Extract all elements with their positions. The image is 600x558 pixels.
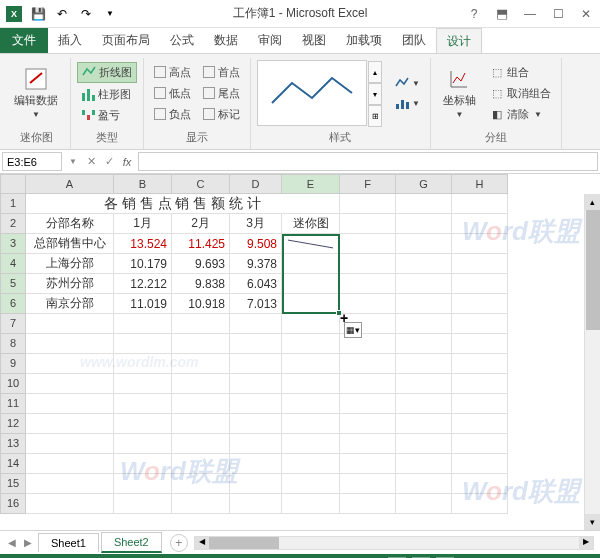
cell[interactable] <box>452 294 508 314</box>
cell[interactable] <box>114 454 172 474</box>
cell[interactable] <box>452 434 508 454</box>
cell[interactable] <box>340 234 396 254</box>
cell[interactable] <box>452 474 508 494</box>
show-negative-checkbox[interactable]: 负点 <box>150 105 195 124</box>
cell[interactable] <box>340 194 396 214</box>
redo-icon[interactable]: ↷ <box>76 4 96 24</box>
cell[interactable] <box>282 454 340 474</box>
cell[interactable] <box>282 434 340 454</box>
formula-input[interactable] <box>138 152 598 171</box>
add-sheet-button[interactable]: + <box>170 534 188 552</box>
cell[interactable] <box>452 374 508 394</box>
cell[interactable] <box>26 454 114 474</box>
cell[interactable] <box>230 334 282 354</box>
tab-view[interactable]: 视图 <box>292 28 336 53</box>
cell[interactable] <box>172 354 230 374</box>
cell[interactable] <box>282 354 340 374</box>
enter-icon[interactable]: ✓ <box>100 150 118 173</box>
row-header-5[interactable]: 5 <box>0 274 26 294</box>
cell[interactable] <box>396 214 452 234</box>
name-dropdown-icon[interactable]: ▼ <box>64 150 82 173</box>
cell[interactable] <box>282 314 340 334</box>
tab-team[interactable]: 团队 <box>392 28 436 53</box>
cell[interactable] <box>452 494 508 514</box>
cell[interactable] <box>114 354 172 374</box>
cell[interactable]: 9.693 <box>172 254 230 274</box>
cell[interactable] <box>396 374 452 394</box>
cell[interactable]: 7.013 <box>230 294 282 314</box>
ribbon-options-icon[interactable]: ⬒ <box>488 0 516 28</box>
cell[interactable] <box>230 374 282 394</box>
col-header-B[interactable]: B <box>114 174 172 194</box>
cell[interactable] <box>396 334 452 354</box>
close-icon[interactable]: ✕ <box>572 0 600 28</box>
cell[interactable] <box>114 394 172 414</box>
gallery-up-icon[interactable]: ▴ <box>368 61 382 83</box>
cell[interactable] <box>26 474 114 494</box>
fx-icon[interactable]: fx <box>118 150 136 173</box>
cell[interactable]: 10.918 <box>172 294 230 314</box>
row-header-7[interactable]: 7 <box>0 314 26 334</box>
row-header-2[interactable]: 2 <box>0 214 26 234</box>
cell[interactable] <box>452 194 508 214</box>
cell[interactable]: 南京分部 <box>26 294 114 314</box>
row-header-14[interactable]: 14 <box>0 454 26 474</box>
cell[interactable] <box>452 414 508 434</box>
type-line-button[interactable]: 折线图 <box>77 62 137 83</box>
cell[interactable] <box>282 374 340 394</box>
cell[interactable]: 11.425 <box>172 234 230 254</box>
cell[interactable] <box>230 314 282 334</box>
tab-addins[interactable]: 加载项 <box>336 28 392 53</box>
sheet-tab-1[interactable]: Sheet1 <box>38 533 99 552</box>
show-low-checkbox[interactable]: 低点 <box>150 84 195 103</box>
scroll-up-icon[interactable]: ▴ <box>585 194 600 210</box>
cell[interactable] <box>282 474 340 494</box>
cell[interactable] <box>114 494 172 514</box>
cell[interactable] <box>452 314 508 334</box>
sheet-nav-next-icon[interactable]: ▶ <box>20 537 36 548</box>
cell[interactable] <box>282 294 340 314</box>
cell[interactable] <box>282 274 340 294</box>
cell[interactable] <box>26 334 114 354</box>
name-box[interactable]: E3:E6 <box>2 152 62 171</box>
cell[interactable] <box>26 394 114 414</box>
minimize-icon[interactable]: — <box>516 0 544 28</box>
cell[interactable] <box>114 474 172 494</box>
cell[interactable] <box>172 314 230 334</box>
row-header-13[interactable]: 13 <box>0 434 26 454</box>
row-header-15[interactable]: 15 <box>0 474 26 494</box>
sheet-tab-2[interactable]: Sheet2 <box>101 532 162 553</box>
clear-button[interactable]: ◧清除▼ <box>486 105 555 124</box>
show-first-checkbox[interactable]: 首点 <box>199 63 244 82</box>
undo-icon[interactable]: ↶ <box>52 4 72 24</box>
row-header-3[interactable]: 3 <box>0 234 26 254</box>
col-header-F[interactable]: F <box>340 174 396 194</box>
show-high-checkbox[interactable]: 高点 <box>150 63 195 82</box>
col-header-C[interactable]: C <box>172 174 230 194</box>
cell[interactable] <box>172 494 230 514</box>
type-winloss-button[interactable]: 盈亏 <box>77 106 137 125</box>
cell[interactable] <box>452 234 508 254</box>
help-icon[interactable]: ? <box>460 0 488 28</box>
tab-design[interactable]: 设计 <box>436 28 482 53</box>
cell[interactable] <box>282 234 340 254</box>
cell[interactable] <box>396 254 452 274</box>
cell[interactable] <box>230 474 282 494</box>
gallery-down-icon[interactable]: ▾ <box>368 83 382 105</box>
cell[interactable] <box>340 214 396 234</box>
cell[interactable]: 9.378 <box>230 254 282 274</box>
cell[interactable]: 分部名称 <box>26 214 114 234</box>
cell[interactable] <box>172 454 230 474</box>
cell[interactable] <box>396 194 452 214</box>
cell[interactable] <box>282 254 340 274</box>
cell[interactable] <box>282 334 340 354</box>
vertical-scrollbar[interactable]: ▴ ▾ <box>584 194 600 530</box>
cell[interactable] <box>26 314 114 334</box>
cell[interactable] <box>340 474 396 494</box>
cell[interactable] <box>172 434 230 454</box>
ungroup-button[interactable]: ⬚取消组合 <box>486 84 555 103</box>
cell[interactable] <box>26 354 114 374</box>
cell[interactable] <box>452 394 508 414</box>
cell[interactable] <box>282 414 340 434</box>
cell[interactable] <box>396 454 452 474</box>
